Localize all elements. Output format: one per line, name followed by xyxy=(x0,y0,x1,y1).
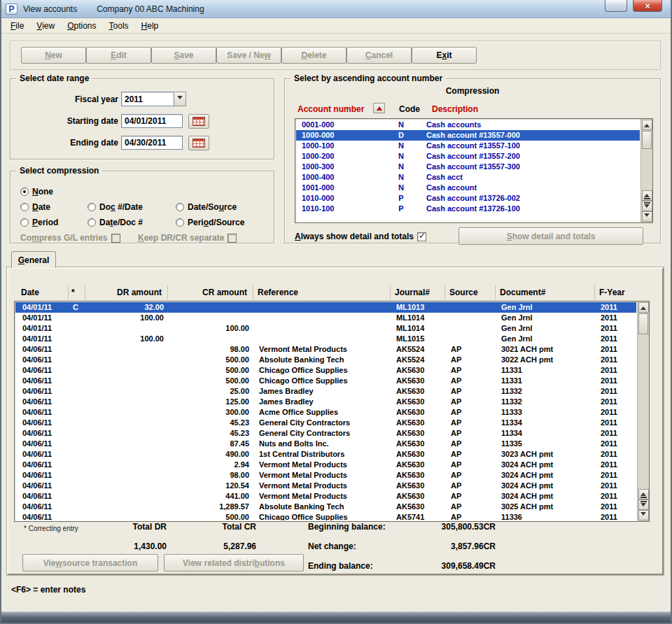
code-column-header[interactable]: Code xyxy=(390,104,429,114)
account-row[interactable]: 0001-000NCash accounts xyxy=(296,120,640,130)
tab-general[interactable]: General xyxy=(11,251,56,268)
view-source-transaction-button[interactable]: View source transaction xyxy=(22,554,158,572)
scroll-up-button[interactable] xyxy=(638,302,649,313)
account-row[interactable]: 1000-000DCash account #13557-000 xyxy=(296,130,640,141)
account-row[interactable]: 1010-100PCash account #13726-100 xyxy=(296,204,640,214)
ledger-row[interactable]: 04/01/11100.00ML1015Gen Jrnl2011 xyxy=(15,334,636,344)
menu-tools[interactable]: Tools xyxy=(103,19,135,33)
page-up-button[interactable] xyxy=(638,489,649,499)
fiscal-year-value[interactable]: 2011 xyxy=(121,92,174,106)
ledger-row[interactable]: 04/06/11490.001st Central DistributorsAK… xyxy=(15,449,636,460)
save-button[interactable]: Save xyxy=(151,47,216,64)
ledger-row[interactable]: 04/06/11500.00Absolute Banking TechAK552… xyxy=(15,355,636,365)
ledger-row[interactable]: 04/06/1198.00Vermont Metal ProductsAK552… xyxy=(15,344,636,355)
ledger-cell-journal: AK5630 xyxy=(392,386,447,397)
edit-button[interactable]: Edit xyxy=(86,47,151,64)
ledger-cell-date: 04/06/11 xyxy=(15,418,70,428)
ledger-row[interactable]: 04/06/111,289.57Absolute Banking TechAK5… xyxy=(15,502,636,512)
starting-date-input[interactable]: 04/01/2011 xyxy=(121,114,183,128)
delete-button[interactable]: Delete xyxy=(281,47,346,64)
page-down-button[interactable] xyxy=(638,499,649,510)
page-down-button[interactable] xyxy=(642,201,652,211)
page-up-button[interactable] xyxy=(642,190,652,201)
dropdown-button[interactable] xyxy=(174,92,186,106)
account-row[interactable]: 1000-100NCash account #13557-100 xyxy=(296,141,640,151)
keep-drcr-separate-checkbox[interactable]: Keep DR/CR separate xyxy=(138,233,237,243)
ledger-row[interactable]: 04/06/1145.23General City ContractorsAK5… xyxy=(15,418,636,428)
radio-date[interactable]: Date xyxy=(20,202,50,212)
scrollbar-thumb[interactable] xyxy=(642,131,652,149)
account-list-scrollbar[interactable] xyxy=(640,119,652,222)
exit-button[interactable]: Exit xyxy=(412,47,477,64)
correcting-entry-note: * Correcting entry xyxy=(24,525,78,532)
title-bar[interactable]: P View accounts Company 00 ABC Machining… xyxy=(0,0,672,18)
ledger-row[interactable]: 04/06/1145.23General City ContractorsAK5… xyxy=(15,428,636,439)
ledger-row[interactable]: 04/01/11100.00ML1014Gen Jrnl2011 xyxy=(15,323,636,334)
ledger-cell-cr xyxy=(169,302,255,313)
ledger-cell-date: 04/06/11 xyxy=(15,460,70,470)
ledger-cell-cr xyxy=(169,334,255,344)
ledger-row[interactable]: 04/06/11500.00Chicago Office SuppliesAK5… xyxy=(15,365,636,376)
checkbox-label: Compress G/L entries xyxy=(20,233,108,243)
ledger-row[interactable]: 04/06/11500.00Chicago Office SuppliesAK5… xyxy=(15,376,636,386)
radio-none[interactable]: None xyxy=(20,187,53,197)
sort-ascending-button[interactable] xyxy=(373,103,385,113)
ledger-row[interactable]: 04/06/1125.00James BradleyAK5630AP113322… xyxy=(15,386,636,397)
cancel-button[interactable]: Cancel xyxy=(346,47,412,64)
ledger-row[interactable]: 04/06/112.94Vermont Metal ProductsAK5630… xyxy=(15,460,636,470)
ledger-cell-journal: AK5630 xyxy=(392,449,447,460)
save-new-button[interactable]: Save / New xyxy=(216,47,281,64)
ledger-row[interactable]: 04/06/11500.00Chicago Office SuppliesAK5… xyxy=(15,512,636,520)
description-column-header[interactable]: Description xyxy=(432,104,478,114)
menu-view[interactable]: View xyxy=(30,19,61,33)
ledger-scrollbar[interactable] xyxy=(637,302,649,521)
ending-date-input[interactable]: 04/30/2011 xyxy=(121,136,183,150)
account-row[interactable]: 1000-400NCash acct xyxy=(296,172,640,183)
menu-options[interactable]: Options xyxy=(61,19,102,33)
compress-gl-entries-checkbox[interactable]: Compress G/L entries xyxy=(20,233,120,243)
show-detail-and-totals-button[interactable]: Show detail and totals xyxy=(458,227,643,245)
ledger-row[interactable]: 04/06/11300.00Acme Office SuppliesAK5630… xyxy=(15,407,636,418)
ledger-cell-source: AP xyxy=(447,470,497,481)
menu-help[interactable]: Help xyxy=(135,19,165,33)
scroll-down-button[interactable] xyxy=(642,211,652,222)
scroll-down-button[interactable] xyxy=(638,510,649,520)
radio-date-doc[interactable]: Date/Doc # xyxy=(88,218,143,227)
ledger-cell-dr xyxy=(87,407,169,418)
menu-file[interactable]: File xyxy=(4,19,30,33)
account-number-column-header[interactable]: Account number xyxy=(298,104,364,114)
radio-date-source[interactable]: Date/Source xyxy=(176,202,237,212)
ledger-row[interactable]: 04/01/11C32.00ML1013Gen Jrnl2011 xyxy=(15,302,636,313)
view-related-distributions-button[interactable]: View related distributions xyxy=(164,554,304,572)
ledger-row[interactable]: 04/06/1187.45Nuts and Bolts Inc.AK5630AP… xyxy=(15,439,636,449)
ledger-row[interactable]: 04/01/11100.00ML1014Gen Jrnl2011 xyxy=(15,313,636,323)
radio-period[interactable]: Period xyxy=(20,218,58,227)
account-row[interactable]: 1000-300NCash account #13557-300 xyxy=(296,162,640,172)
close-button[interactable]: × xyxy=(633,0,662,12)
ledger-cell-fyear: 2011 xyxy=(596,365,636,376)
ledger-cell-source: AP xyxy=(447,397,497,407)
fiscal-year-combo[interactable]: 2011 xyxy=(121,92,186,106)
radio-period-source[interactable]: Period/Source xyxy=(176,218,244,227)
ledger-cell-journal: AK5630 xyxy=(392,502,447,512)
calendar-icon xyxy=(192,139,205,148)
account-row[interactable]: 1000-200NCash account #13557-200 xyxy=(296,151,640,162)
starting-date-calendar-button[interactable] xyxy=(188,114,209,129)
ledger-row[interactable]: 04/06/11441.00Vermont Metal ProductsAK56… xyxy=(15,491,636,502)
ledger-row[interactable]: 04/06/11120.54Vermont Metal ProductsAK56… xyxy=(15,481,636,491)
new-button[interactable]: New xyxy=(21,47,86,64)
scrollbar-thumb[interactable] xyxy=(638,313,648,334)
always-show-detail-checkbox[interactable]: Always show detail and totals xyxy=(295,232,426,241)
ledger-cell-date: 04/01/11 xyxy=(15,334,70,344)
scroll-up-button[interactable] xyxy=(642,120,652,130)
account-row[interactable]: 1001-000NCash account xyxy=(296,183,640,193)
ledger-row[interactable]: 04/06/11125.00James BradleyAK5630AP11332… xyxy=(15,397,636,407)
bar-icon xyxy=(644,202,650,204)
ledger-cell-star xyxy=(70,344,87,355)
ledger-row[interactable]: 04/06/1198.00Vermont Metal ProductsAK563… xyxy=(15,470,636,481)
radio-doc-date[interactable]: Doc #/Date xyxy=(88,202,143,212)
account-row[interactable]: 1010-000PCash account #13726-002 xyxy=(296,193,640,204)
ledger-cell-dr xyxy=(87,470,169,481)
minimize-button[interactable] xyxy=(605,0,627,12)
ending-date-calendar-button[interactable] xyxy=(188,136,209,150)
